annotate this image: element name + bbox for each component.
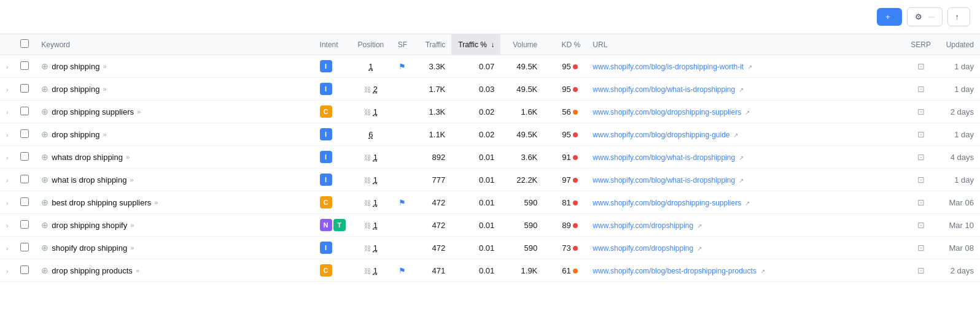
position-cell: ⛓ 1 — [352, 101, 391, 123]
updated-cell: 1 day — [937, 55, 980, 78]
url-link[interactable]: www.shopify.com/blog/what-is-dropshippin… — [593, 176, 735, 185]
serp-icon[interactable]: ⊡ — [917, 243, 925, 253]
url-cell: www.shopify.com/blog/what-is-dropshippin… — [586, 169, 904, 191]
row-checkbox[interactable] — [20, 152, 29, 161]
serp-cell: ⊡ — [904, 259, 937, 282]
intent-badge-t: T — [333, 219, 346, 231]
kd-cell: 95 — [543, 78, 586, 101]
row-checkbox[interactable] — [20, 129, 29, 138]
url-link[interactable]: www.shopify.com/dropshipping — [593, 221, 693, 230]
select-all-checkbox[interactable] — [20, 39, 29, 48]
url-link[interactable]: www.shopify.com/blog/dropshipping-suppli… — [593, 199, 741, 207]
row-expand[interactable]: › — [0, 101, 14, 123]
expand-chevron[interactable]: › — [6, 109, 8, 116]
url-link[interactable]: www.shopify.com/blog/is-dropshipping-wor… — [593, 63, 744, 71]
serp-icon[interactable]: ⊡ — [917, 107, 925, 116]
row-expand[interactable]: › — [0, 146, 14, 169]
kd-dot — [573, 155, 578, 160]
volume-cell: 49.5K — [500, 78, 543, 101]
position-value: 1 — [373, 153, 378, 162]
position-cell: ⛓ 1 — [352, 237, 391, 259]
export-button[interactable]: ↑ — [947, 7, 971, 26]
keyword-arrows-icon: » — [130, 221, 134, 229]
row-expand[interactable]: › — [0, 169, 14, 191]
serp-icon[interactable]: ⊡ — [917, 84, 925, 94]
url-link[interactable]: www.shopify.com/blog/dropshipping-guide — [593, 131, 729, 139]
row-checkbox[interactable] — [20, 220, 29, 229]
serp-icon[interactable]: ⊡ — [917, 152, 925, 162]
intent-cell: C — [314, 259, 352, 282]
url-link[interactable]: www.shopify.com/blog/what-is-dropshippin… — [593, 85, 735, 94]
expand-chevron[interactable]: › — [6, 64, 8, 71]
expand-chevron[interactable]: › — [6, 223, 8, 229]
traffic-pct-cell: 0.07 — [451, 55, 500, 78]
sf-link-icon-inline: ⛓ — [364, 222, 371, 229]
keyword-text: best drop shipping suppliers — [52, 198, 151, 207]
keyword-text: drop shipping — [52, 85, 99, 94]
row-expand[interactable]: › — [0, 78, 14, 101]
url-link[interactable]: www.shopify.com/dropshipping — [593, 244, 693, 253]
col-traffic-pct-header[interactable]: Traffic % ↓ — [451, 34, 500, 55]
serp-icon[interactable]: ⊡ — [917, 220, 925, 230]
url-link[interactable]: www.shopify.com/blog/what-is-dropshippin… — [593, 153, 735, 162]
position-value: 6 — [368, 130, 373, 139]
expand-chevron[interactable]: › — [6, 268, 8, 275]
keyword-cell: ⊕ what is drop shipping » — [35, 169, 313, 191]
serp-icon[interactable]: ⊡ — [917, 61, 925, 71]
keyword-plus-icon: ⊕ — [41, 197, 49, 207]
row-expand[interactable]: › — [0, 237, 14, 259]
row-checkbox[interactable] — [20, 84, 29, 93]
position-cell: ⛓ 1 — [352, 214, 391, 237]
keyword-cell: ⊕ shopify drop shipping » — [35, 237, 313, 259]
expand-chevron[interactable]: › — [6, 245, 8, 252]
row-expand[interactable]: › — [0, 214, 14, 237]
position-value: 2 — [373, 85, 378, 94]
expand-chevron[interactable]: › — [6, 155, 8, 161]
url-link[interactable]: www.shopify.com/blog/best-dropshipping-p… — [593, 267, 756, 275]
row-expand[interactable]: › — [0, 123, 14, 146]
row-checkbox[interactable] — [20, 61, 29, 70]
row-expand[interactable]: › — [0, 55, 14, 78]
add-to-keyword-list-button[interactable]: + — [877, 8, 902, 26]
row-checkbox[interactable] — [20, 175, 29, 183]
row-checkbox[interactable] — [20, 243, 29, 251]
traffic-cell: 777 — [414, 169, 451, 191]
row-checkbox-cell — [14, 146, 35, 169]
position-value: 1 — [368, 62, 373, 71]
keyword-arrows-icon: » — [103, 131, 106, 138]
col-traffic-header: Traffic — [414, 34, 451, 55]
serp-icon[interactable]: ⊡ — [917, 175, 925, 185]
external-link-icon: ↗ — [747, 64, 752, 71]
keyword-plus-icon: ⊕ — [41, 84, 49, 94]
row-checkbox[interactable] — [20, 197, 29, 206]
row-checkbox[interactable] — [20, 265, 29, 274]
expand-chevron[interactable]: › — [6, 177, 8, 184]
serp-cell: ⊡ — [904, 123, 937, 146]
row-checkbox-cell — [14, 237, 35, 259]
manage-columns-button[interactable]: ⚙ — [907, 7, 943, 26]
expand-chevron[interactable]: › — [6, 200, 8, 207]
expand-chevron[interactable]: › — [6, 86, 8, 93]
serp-icon[interactable]: ⊡ — [917, 265, 925, 275]
row-expand[interactable]: › — [0, 259, 14, 282]
table-row: › ⊕ what is drop shipping » I ⛓ 1 777 0.… — [0, 169, 980, 191]
serp-icon[interactable]: ⊡ — [917, 129, 925, 139]
sf-cell: ⚑ — [390, 259, 414, 282]
row-checkbox[interactable] — [20, 107, 29, 115]
kd-dot — [573, 178, 578, 183]
external-link-icon: ↗ — [733, 132, 738, 139]
url-link[interactable]: www.shopify.com/blog/dropshipping-suppli… — [593, 108, 741, 116]
intent-badge: I — [320, 60, 332, 72]
traffic-cell: 472 — [414, 237, 451, 259]
intent-badge: C — [320, 105, 332, 118]
intent-badge: C — [320, 264, 332, 277]
intent-badge: I — [320, 128, 332, 140]
serp-icon[interactable]: ⊡ — [917, 197, 925, 207]
traffic-cell: 472 — [414, 191, 451, 214]
sf-cell — [390, 123, 414, 146]
expand-chevron[interactable]: › — [6, 132, 8, 139]
row-expand[interactable]: › — [0, 191, 14, 214]
kd-dot — [573, 200, 578, 205]
sf-link-icon-inline: ⛓ — [364, 267, 371, 275]
keyword-cell: ⊕ drop shipping » — [35, 78, 313, 101]
